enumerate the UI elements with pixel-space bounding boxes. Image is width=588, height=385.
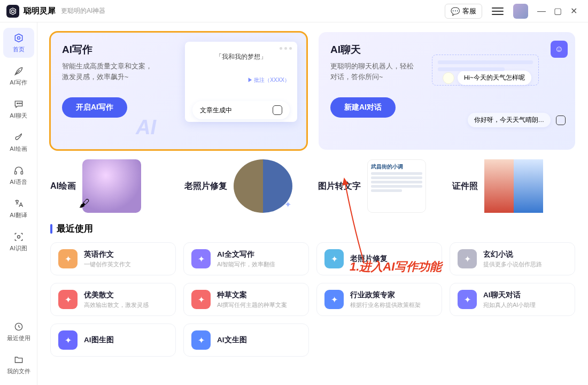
- sidebar-item-label: AI聊天: [10, 112, 27, 120]
- svg-rect-7: [14, 172, 16, 174]
- translate-icon: [13, 198, 25, 210]
- app-name: 聪明灵犀: [24, 6, 56, 16]
- item-sub: 高效输出散文，激发灵感: [84, 301, 149, 309]
- sidebar: 首页 AI写作 AI聊天 AI绘画 AI语音 AI翻译 AI识图: [0, 22, 37, 385]
- sidebar-item-translate[interactable]: AI翻译: [3, 194, 34, 224]
- feature-title: 老照片修复: [184, 181, 227, 192]
- feature-ai-draw[interactable]: AI绘画: [50, 159, 174, 213]
- folder-icon: [13, 354, 25, 366]
- write-mock: 「我和我的梦想」 ▶ 批注（XXXX） 文章生成中: [185, 42, 297, 122]
- svg-point-3: [17, 37, 20, 40]
- feature-ocr[interactable]: 图片转文字 武昌街的小调: [318, 159, 442, 213]
- svg-point-9: [17, 236, 20, 238]
- item-title: AI全文写作: [217, 250, 275, 259]
- chat-mock: ☺ Hi~今天的天气怎样呢 你好呀，今天天气晴朗…: [443, 43, 566, 135]
- brush-icon: [13, 132, 25, 143]
- start-write-button[interactable]: 开启AI写作: [62, 97, 127, 118]
- hero-card-write[interactable]: AI写作 智能生成高质量文章和文案，激发灵感，效率飙升~ 开启AI写作 AI 「…: [50, 32, 307, 150]
- svg-point-6: [20, 103, 21, 104]
- item-icon: ✦: [324, 249, 344, 268]
- recent-item[interactable]: ✦ 英语作文 一键创作英文作文: [50, 242, 176, 275]
- sidebar-item-label: AI绘画: [10, 145, 27, 153]
- thumb-draw: [82, 159, 141, 213]
- item-title: AI文生图: [217, 335, 247, 345]
- recent-item[interactable]: ✦ 种草文案 AI撰写任何主题的种草文案: [183, 283, 309, 316]
- tagline: 更聪明的AI神器: [61, 6, 105, 16]
- menu-icon[interactable]: [492, 5, 504, 17]
- item-sub: AI撰写任何主题的种草文案: [217, 301, 287, 309]
- feature-id-photo[interactable]: 证件照: [452, 159, 576, 213]
- item-title: 玄幻小说: [483, 250, 542, 259]
- svg-point-5: [19, 103, 20, 104]
- sidebar-item-chat[interactable]: AI聊天: [3, 94, 34, 124]
- hero-card-chat[interactable]: AI聊天 更聪明的聊天机器人，轻松对话，答你所问~ 新建AI对话 ☺ Hi~今天…: [319, 32, 575, 150]
- recent-item[interactable]: ✦ AI图生图: [50, 324, 176, 357]
- recent-item[interactable]: ✦ 优美散文 高效输出散文，激发灵感: [50, 283, 176, 316]
- item-icon: ✦: [191, 249, 211, 268]
- maximize-button[interactable]: ▢: [550, 3, 566, 19]
- thumb-id: [484, 159, 543, 213]
- recent-item[interactable]: ✦ 行业政策专家 根据行业名称提供政策框架: [316, 283, 442, 316]
- item-sub: 一键创作英文作文: [84, 260, 131, 268]
- avatar[interactable]: [513, 4, 528, 19]
- feature-title: AI绘画: [50, 181, 76, 192]
- hex-icon: [273, 105, 282, 115]
- recent-item[interactable]: ✦ AI文生图: [183, 324, 309, 357]
- chat-bubble-icon: 💬: [451, 7, 460, 16]
- app-logo: [6, 5, 19, 18]
- sidebar-item-label: AI语音: [10, 178, 27, 186]
- sidebar-item-voice[interactable]: AI语音: [3, 160, 34, 190]
- feature-title: 图片转文字: [318, 181, 361, 192]
- support-button[interactable]: 💬 客服: [445, 4, 482, 19]
- item-title: 老照片修复: [350, 254, 388, 264]
- item-title: AI图生图: [84, 335, 114, 345]
- item-sub: 宛如真人的AI小助理: [483, 301, 536, 309]
- svg-marker-0: [10, 8, 16, 14]
- hex-icon: [556, 116, 566, 125]
- svg-rect-8: [21, 172, 22, 174]
- svg-marker-1: [11, 10, 14, 12]
- recent-grid: ✦ 英语作文 一键创作英文作文✦ AI全文写作 AI智能写作，效率翻倍✦ 老照片…: [50, 242, 575, 357]
- item-sub: 根据行业名称提供政策框架: [350, 301, 421, 309]
- svg-point-4: [17, 103, 18, 104]
- item-title: 行业政策专家: [350, 290, 421, 300]
- sidebar-item-write[interactable]: AI写作: [3, 61, 34, 91]
- item-icon: ✦: [58, 290, 78, 309]
- recent-item[interactable]: ✦ 老照片修复: [316, 242, 442, 275]
- hex-icon: [13, 32, 25, 44]
- sidebar-item-ocr[interactable]: AI识图: [3, 227, 34, 257]
- item-title: 英语作文: [84, 250, 131, 259]
- scan-icon: [13, 231, 25, 243]
- svg-marker-2: [15, 34, 22, 42]
- sidebar-item-label: 我的文件: [7, 367, 30, 375]
- main-content: AI写作 智能生成高质量文章和文案，激发灵感，效率飙升~ 开启AI写作 AI 「…: [37, 22, 588, 385]
- thumb-restore: [234, 159, 292, 213]
- chat-icon: [13, 98, 25, 110]
- recent-item[interactable]: ✦ AI全文写作 AI智能写作，效率翻倍: [183, 242, 309, 275]
- feature-photo-restore[interactable]: 老照片修复: [184, 159, 308, 213]
- item-icon: ✦: [191, 330, 211, 350]
- item-icon: ✦: [324, 290, 344, 309]
- close-button[interactable]: ✕: [566, 3, 582, 19]
- headphone-icon: [13, 165, 25, 176]
- item-sub: AI智能写作，效率翻倍: [217, 260, 275, 268]
- sidebar-item-recent[interactable]: 最近使用: [3, 317, 34, 346]
- item-title: AI聊天对话: [483, 290, 536, 300]
- minimize-button[interactable]: —: [533, 3, 550, 19]
- thumb-ocr: 武昌街的小调: [367, 159, 426, 213]
- item-icon: ✦: [458, 290, 477, 309]
- sidebar-item-home[interactable]: 首页: [3, 28, 34, 58]
- sidebar-item-label: 首页: [13, 45, 25, 53]
- item-title: 种草文案: [217, 290, 287, 300]
- sidebar-item-draw[interactable]: AI绘画: [3, 127, 34, 157]
- item-icon: ✦: [191, 290, 211, 309]
- sidebar-item-files[interactable]: 我的文件: [3, 350, 34, 380]
- recent-item[interactable]: ✦ AI聊天对话 宛如真人的AI小助理: [450, 283, 575, 316]
- new-chat-button[interactable]: 新建AI对话: [330, 97, 396, 118]
- recent-item[interactable]: ✦ 玄幻小说 提供更多小说创作思路: [450, 242, 575, 275]
- item-icon: ✦: [458, 249, 477, 268]
- clock-icon: [13, 321, 25, 333]
- support-label: 客服: [462, 6, 476, 16]
- item-sub: 提供更多小说创作思路: [483, 260, 542, 268]
- item-title: 优美散文: [84, 290, 149, 300]
